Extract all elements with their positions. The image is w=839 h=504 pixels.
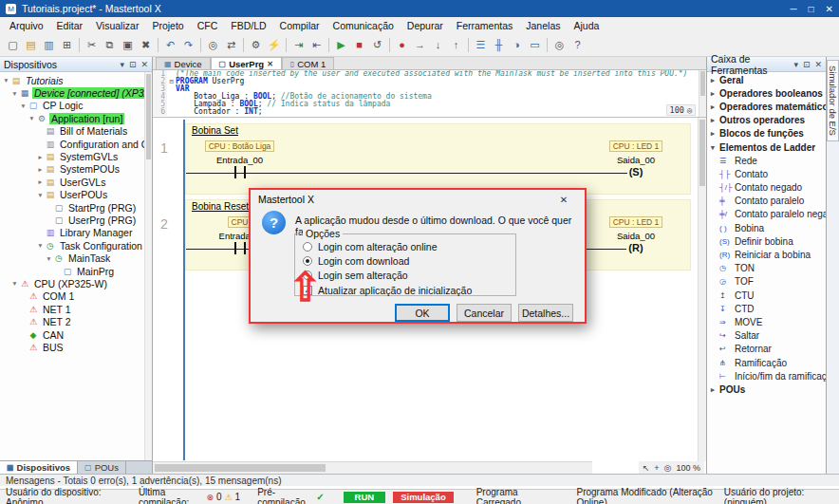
tree-item-maintask[interactable]: ▾◷MainTask (0, 252, 152, 264)
radio-login-com-altera-o-online[interactable]: Login com alteração online (303, 239, 508, 253)
menu-editar[interactable]: Editar (50, 19, 89, 32)
title-bar[interactable]: M Tutoriais.project* - Mastertool X ─□✕ (0, 0, 839, 17)
ladder-zoom-toolbar[interactable]: ↖+◎100 % (639, 461, 704, 474)
insert-coil-icon[interactable]: ◑ (508, 36, 526, 54)
minimize-button[interactable]: ─ (790, 4, 796, 14)
ladder-coil[interactable]: CPU : LED 1Saida_00(R) (584, 216, 688, 254)
expand-icon[interactable]: ▸ (711, 116, 719, 124)
pan-icon[interactable]: + (654, 463, 659, 473)
menu-compilar[interactable]: Compilar (273, 19, 326, 32)
open-project-icon[interactable]: ▤ (22, 36, 40, 54)
stop-icon[interactable]: ■ (350, 36, 368, 54)
redo-icon[interactable]: ↷ (179, 36, 197, 54)
toolbox-item-rede[interactable]: ☰Rede (707, 154, 826, 167)
ladder-coil[interactable]: CPU : LED 1Saida_00(S) (584, 140, 688, 178)
pin-icon[interactable]: ⊡ (129, 60, 137, 69)
generate-code-icon[interactable]: ⚡ (265, 36, 283, 54)
pin-icon[interactable]: ⊡ (803, 60, 811, 69)
paste-icon[interactable]: ▣ (119, 36, 137, 54)
ladder-rung-1[interactable]: Bobina SetCPU : Botão LigaEntrada_00CPU … (185, 123, 691, 195)
editor-tab-com-1[interactable]: ▯COM 1 (282, 57, 335, 69)
select-pointer-icon[interactable]: ↖ (643, 463, 650, 473)
toolbox-item-ctu[interactable]: ↥CTU (707, 289, 826, 302)
menu-ajuda[interactable]: Ajuda (567, 19, 606, 32)
radio-login-com-download[interactable]: Login com download (303, 253, 508, 268)
collapse-icon[interactable]: ▾ (45, 254, 53, 263)
step-over-icon[interactable]: → (411, 36, 429, 54)
dialog-title-bar[interactable]: Mastertool X ✕ (251, 190, 585, 209)
cut-icon[interactable]: ✂ (83, 36, 101, 54)
tree-item-systemgvls[interactable]: ▸▤SystemGVLs (0, 150, 152, 162)
login-icon[interactable]: ⇥ (289, 36, 308, 54)
toolbox-item-tof[interactable]: ◶TOF (707, 275, 826, 289)
tree-item-bill-of-materials[interactable]: ▤Bill of Materials (0, 125, 152, 138)
tree-item-application-run[interactable]: ▾⚙Application [run] (0, 112, 152, 124)
toolbox-item-contato-paralelo[interactable]: ╪Contato paralelo (707, 195, 826, 208)
toolbox-item-ramifica-o[interactable]: ⋔Ramificação (707, 356, 826, 369)
toolbox-item-retornar[interactable]: ↩Retornar (707, 343, 826, 356)
menu-projeto[interactable]: Projeto (145, 19, 190, 32)
editor-tab-device[interactable]: ▦Device (156, 57, 211, 69)
toolbox-category-operadores-matem-ticos[interactable]: ▸Operadores matemáticos (707, 100, 826, 113)
toolbox-item-contato-paralelo-negado[interactable]: ╪/Contato paralelo negado (707, 208, 826, 221)
declaration-editor[interactable]: 1(*The main code inserted by the user an… (153, 70, 706, 118)
tree-item-tutoriais[interactable]: ▾▤Tutoriais (0, 74, 152, 86)
toolbox-category-operadores-booleanos[interactable]: ▸Operadores booleanos (707, 86, 826, 100)
toolbox-item-in-cio-fim-da-ramifica-o[interactable]: ⊢Início/fim da ramificação (707, 369, 826, 383)
maximize-button[interactable]: □ (809, 4, 814, 14)
insert-network-icon[interactable]: ☰ (472, 36, 490, 54)
toolbox-item-definir-bobina[interactable]: (S)Definir bobina (707, 234, 826, 248)
expand-icon[interactable]: ▸ (711, 129, 719, 138)
toolbox-item-contato-negado[interactable]: ┤/├Contato negado (707, 181, 826, 195)
tree-item-configuration-and-consumpt[interactable]: ▥Configuration and Consumpt... (0, 138, 152, 150)
menu-visualizar[interactable]: Visualizar (89, 19, 145, 32)
toolbox-item-ctd[interactable]: ↧CTD (707, 302, 826, 315)
menu-comunica-o[interactable]: Comunicação (326, 19, 401, 32)
cancelar-button[interactable]: Cancelar (457, 304, 512, 322)
menu-arquivo[interactable]: Arquivo (3, 19, 50, 32)
tree-item-cpu-xp325-w[interactable]: ▾⚠CPU (XP325-W) (0, 277, 152, 289)
toolbox-item-ton[interactable]: ◷TON (707, 262, 826, 275)
panel-tab-pous[interactable]: ▢POUs (78, 461, 126, 474)
detalhes-button[interactable]: Detalhes... (518, 304, 573, 322)
breakpoint-icon[interactable]: ● (393, 36, 411, 54)
undo-icon[interactable]: ↶ (161, 36, 179, 54)
expand-icon[interactable]: ▸ (711, 385, 719, 394)
tree-item-startprg-prg[interactable]: ▢StartPrg (PRG) (0, 201, 152, 214)
fold-marker[interactable]: ⊟ (167, 78, 176, 85)
collapse-icon[interactable]: ▾ (19, 102, 28, 110)
close-button[interactable]: ✕ (826, 4, 833, 14)
expand-icon[interactable]: ▸ (36, 165, 45, 174)
save-project-icon[interactable]: ▥ (40, 36, 58, 54)
reset-icon[interactable]: ↺ (368, 36, 386, 54)
tab-close-icon[interactable]: ✕ (267, 60, 273, 68)
help-icon[interactable]: ? (569, 36, 587, 54)
expand-icon[interactable]: ▸ (36, 153, 45, 161)
declaration-scrollbar[interactable] (699, 70, 706, 117)
ladder-contact[interactable]: CPU : Botão LigaEntrada_00 (190, 140, 289, 179)
logout-icon[interactable]: ⇤ (308, 36, 326, 54)
code-line[interactable]: 2⊟PROGRAM UserPrg (153, 78, 706, 85)
collapse-icon[interactable]: ▾ (711, 143, 719, 152)
print-icon[interactable]: ⊞ (58, 36, 76, 54)
device-tree-scrollbar[interactable] (144, 72, 152, 460)
new-project-icon[interactable]: ▢ (4, 36, 22, 54)
tab-simulador-es[interactable]: Simulador de E/S (827, 60, 839, 141)
close-icon[interactable]: ✕ (814, 60, 822, 69)
collapse-icon[interactable]: ▾ (10, 279, 19, 288)
insert-box-icon[interactable]: ▭ (526, 36, 544, 54)
collapse-icon[interactable]: ▾ (28, 114, 36, 122)
insert-contact-icon[interactable]: ╫ (490, 36, 508, 54)
collapse-icon[interactable]: ▾ (36, 241, 45, 250)
editor-tab-userprg[interactable]: ▢UserPrg✕ (211, 57, 282, 69)
menu-cfc[interactable]: CFC (191, 19, 225, 32)
expand-icon[interactable]: ▸ (36, 177, 45, 186)
ladder-vertical-scrollbar[interactable] (698, 118, 706, 461)
collapse-icon[interactable]: ▾ (10, 89, 19, 98)
messages-bar[interactable]: Mensagens - Totais 0 erro(s), 1 advertên… (0, 474, 839, 486)
panel-tab-dispositivos[interactable]: ▦Dispositivos (0, 461, 78, 474)
ok-button[interactable]: OK (395, 304, 450, 322)
tree-item-net-1[interactable]: ⚠NET 1 (0, 303, 152, 315)
declaration-zoom-control[interactable]: 100 ◎ (666, 104, 696, 116)
copy-icon[interactable]: ⧉ (101, 36, 119, 54)
